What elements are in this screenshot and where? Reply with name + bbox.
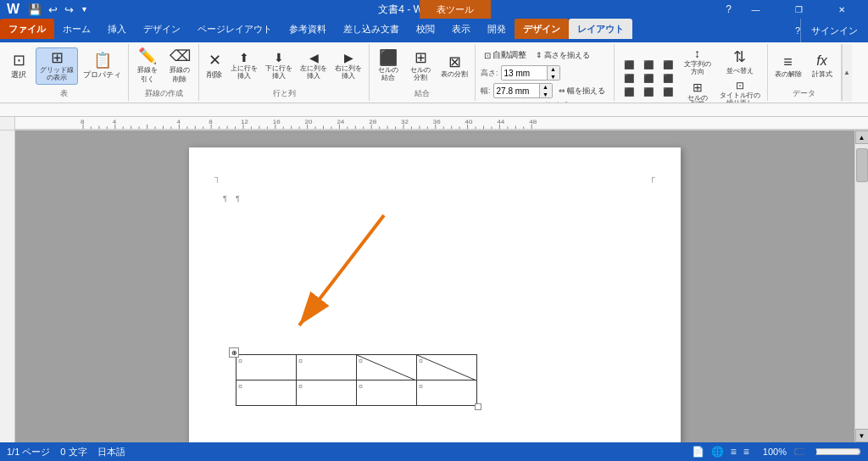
align-bot-right[interactable]: ⬛ <box>659 86 677 98</box>
properties-label: プロパティ <box>83 69 121 81</box>
tab-insert[interactable]: 挿入 <box>99 19 135 39</box>
status-bar-left: 1/1 ページ 0 文字 日本語 <box>7 446 125 458</box>
height-increase-button[interactable]: ▲ <box>548 65 559 73</box>
ribbon-content: ⊡ 選択 ⊞ グリッド線の表示 📋 プロパティ 表 ✏️ 罫線を引く <box>0 42 868 103</box>
table-cell-0-3[interactable]: ¤ <box>417 355 477 380</box>
convert-to-text-button[interactable]: ≡ 表の解除 <box>771 53 805 81</box>
scroll-track[interactable] <box>855 144 869 429</box>
split-table-icon: ⊠ <box>448 54 461 69</box>
align-mid-right[interactable]: ⬛ <box>659 72 677 85</box>
table-cell-0-0[interactable]: ¤ <box>236 355 297 380</box>
width-input[interactable] <box>494 86 539 96</box>
table-cell-1-0[interactable]: ¤ <box>236 380 297 406</box>
table-cell-1-1[interactable]: ¤ <box>297 380 357 406</box>
merge-cells-label: セルの結合 <box>378 67 398 82</box>
align-top-center[interactable]: ⬛ <box>639 58 658 71</box>
minimize-button[interactable]: — <box>737 0 775 19</box>
scroll-down-button[interactable]: ▼ <box>855 429 869 442</box>
save-button[interactable]: 💾 <box>26 3 43 16</box>
tab-design[interactable]: デザイン <box>135 19 189 39</box>
text-direction-icon: ↕ <box>694 47 700 59</box>
formula-button[interactable]: fx 計算式 <box>807 53 837 81</box>
delete-button[interactable]: ✕ 削除 <box>203 51 226 82</box>
document-area[interactable]: ¶ ¶ ⌐ ⌐ ⊕ ¤ <box>15 131 854 442</box>
table-cell-0-1[interactable]: ¤ <box>297 355 357 380</box>
insert-above-button[interactable]: ⬆ 上に行を挿入 <box>227 50 261 82</box>
zoom-slider[interactable] <box>793 447 861 457</box>
header-row-button[interactable]: ⊡ タイトル行の繰り返し <box>716 79 764 103</box>
scroll-up-button[interactable]: ▲ <box>855 131 869 144</box>
customize-qat-button[interactable]: ▼ <box>79 5 90 14</box>
gridlines-button[interactable]: ⊞ グリッド線の表示 <box>36 47 78 85</box>
insert-right-button[interactable]: ▶ 右に列を挿入 <box>331 50 365 82</box>
erase-line-button[interactable]: ⌫ 罫線の削除 <box>164 47 195 86</box>
height-spinbox[interactable]: ▲ ▼ <box>501 65 560 81</box>
auto-adjust-button[interactable]: ⊡ 自動調整 <box>481 47 530 63</box>
properties-button[interactable]: 📋 プロパティ <box>80 51 125 82</box>
width-expand-button[interactable]: ⇔ 幅を揃える <box>555 84 609 98</box>
gridlines-label: グリッド線の表示 <box>40 67 74 82</box>
tab-page-layout[interactable]: ページレイアウト <box>189 19 281 39</box>
group-draw-borders: ✏️ 罫線を引く ⌫ 罫線の削除 罫線の作成 <box>129 44 199 101</box>
tab-file[interactable]: ファイル <box>0 19 54 39</box>
gridlines-icon: ⊞ <box>51 50 64 65</box>
group-draw-label: 罫線の作成 <box>145 86 183 99</box>
split-cells-button[interactable]: ⊞ セルの分割 <box>405 48 436 84</box>
svg-line-1 <box>299 215 384 325</box>
tab-table-design[interactable]: デザイン <box>515 19 569 39</box>
align-mid-left[interactable]: ⬛ <box>620 72 638 85</box>
table-cell-0-2[interactable]: ¤ <box>357 355 417 380</box>
height-decrease-button[interactable]: ▼ <box>548 73 559 81</box>
table-resize-handle[interactable] <box>475 403 481 410</box>
table-cell-1-2[interactable]: ¤ <box>357 380 417 406</box>
status-bar-right: 📄 🌐 ≡ ≡ 100% <box>692 446 861 458</box>
width-spinbox[interactable]: ▲ ▼ <box>493 83 553 98</box>
view-web-icon[interactable]: 🌐 <box>711 446 724 458</box>
split-table-button[interactable]: ⊠ 表の分割 <box>437 53 471 81</box>
undo-button[interactable]: ↩ <box>47 3 59 16</box>
insert-left-button[interactable]: ◀ 左に列を挿入 <box>297 50 331 82</box>
select-button[interactable]: ⊡ 選択 <box>3 51 34 82</box>
redo-button[interactable]: ↪ <box>63 3 75 16</box>
draw-line-button[interactable]: ✏️ 罫線を引く <box>132 47 163 86</box>
text-direction-group: ↕ 文字列の方向 ⊞ セルの配置 <box>681 46 715 103</box>
select-label: 選択 <box>11 69 26 81</box>
scroll-thumb[interactable] <box>856 148 868 182</box>
cell-margins-button[interactable]: ⊞ セルの配置 <box>681 80 715 103</box>
vertical-scrollbar[interactable]: ▲ ▼ <box>854 131 868 442</box>
view-outline-icon[interactable]: ≡ <box>731 446 737 458</box>
height-input[interactable] <box>502 69 547 78</box>
height-expand-button[interactable]: ⇕ 高さを揃える <box>532 48 593 63</box>
arrow-annotation <box>274 198 443 368</box>
align-bot-left[interactable]: ⬛ <box>620 86 638 98</box>
help-question[interactable]: ? <box>726 3 732 15</box>
restore-button[interactable]: ❐ <box>780 0 818 19</box>
insert-below-button[interactable]: ⬇ 下に行を挿入 <box>262 50 296 82</box>
width-increase-button[interactable]: ▲ <box>540 83 552 91</box>
view-draft-icon[interactable]: ≡ <box>743 446 749 458</box>
width-decrease-button[interactable]: ▼ <box>540 91 552 98</box>
vertical-ruler <box>0 131 15 442</box>
signin-button[interactable]: サインイン <box>800 19 868 42</box>
tab-references[interactable]: 参考資料 <box>281 19 335 39</box>
sort-button[interactable]: ⇅ 並べ替え <box>716 47 764 77</box>
split-cells-label: セルの分割 <box>410 67 431 82</box>
tab-view[interactable]: 表示 <box>443 19 479 39</box>
document-table[interactable]: ¤ ¤ ¤ ¤ <box>236 354 477 406</box>
align-mid-center[interactable]: ⬛ <box>639 72 658 85</box>
view-print-icon[interactable]: 📄 <box>692 446 704 458</box>
text-direction-button[interactable]: ↕ 文字列の方向 <box>681 46 715 78</box>
tab-home[interactable]: ホーム <box>54 19 99 39</box>
tab-mail-merge[interactable]: 差し込み文書 <box>335 19 408 39</box>
align-top-left[interactable]: ⬛ <box>620 58 638 71</box>
table-cell-1-3[interactable]: ¤ <box>417 380 477 406</box>
tab-review[interactable]: 校閲 <box>408 19 443 39</box>
align-top-right[interactable]: ⬛ <box>659 58 677 71</box>
ribbon-collapse-button[interactable]: ▲ <box>842 44 852 101</box>
close-button[interactable]: ✕ <box>823 0 861 19</box>
merge-cells-button[interactable]: ⬛ セルの結合 <box>373 48 403 84</box>
align-bot-center[interactable]: ⬛ <box>639 86 658 98</box>
tab-table-layout[interactable]: レイアウト <box>569 19 632 39</box>
header-row-icon: ⊡ <box>736 81 744 91</box>
tab-developer[interactable]: 開発 <box>479 19 515 39</box>
